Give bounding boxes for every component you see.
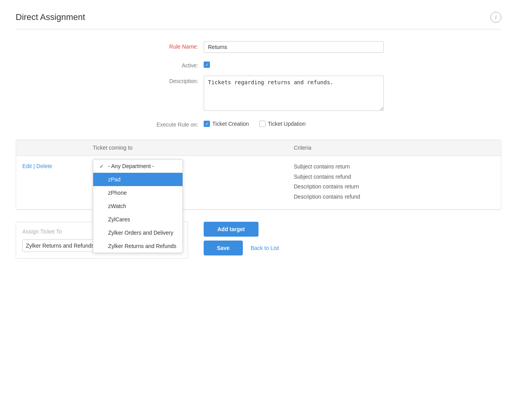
execute-rule-row: Execute Rule on: ✓ Ticket Creation Ticke… — [16, 119, 501, 128]
dropdown-item-zwatch[interactable]: zWatch — [93, 199, 183, 213]
rule-name-input[interactable] — [204, 41, 384, 53]
description-row: Description: Tickets regarding returns a… — [16, 76, 501, 112]
separator: | — [33, 163, 35, 169]
ticket-creation-row: ✓ Ticket Creation Ticket Updation — [204, 119, 306, 127]
dropdown-item-zylcares[interactable]: ZylCares — [93, 213, 183, 226]
department-dropdown: ✓ - Any Department - zPad zPhone zWatch — [93, 159, 183, 253]
dropdown-label-zpad: zPad — [108, 176, 121, 183]
dropdown-label-zylker-orders: Zylker Orders and Delivery — [108, 230, 174, 236]
col2-header: Ticket coming to — [93, 145, 294, 151]
dropdown-label-zwatch: zWatch — [108, 203, 126, 209]
active-field-wrapper: ✓ — [204, 60, 384, 68]
table-row: Edit | Delete ✓ - Any Department - zPad — [16, 156, 501, 210]
execute-field-wrapper: ✓ Ticket Creation Ticket Updation — [204, 119, 384, 127]
rule-name-row: Rule Name: — [16, 41, 501, 53]
back-to-list-button[interactable]: Back to List — [247, 245, 283, 251]
ticket-creation-checkbox[interactable]: ✓ — [204, 121, 210, 127]
page-container: Direct Assignment i Rule Name: Active: ✓ — [0, 0, 517, 420]
save-back-row: Save Back to List — [204, 241, 283, 255]
form-section: Rule Name: Active: ✓ Description: Ticket… — [16, 41, 501, 128]
page-header: Direct Assignment i — [16, 12, 501, 29]
criteria-item-2: Subject contains refund — [294, 173, 495, 181]
dropdown-item-zylker-returns[interactable]: Zylker Returns and Refunds — [93, 239, 183, 253]
dropdown-label-zylker-returns: Zylker Returns and Refunds — [108, 243, 176, 249]
active-label: Active: — [133, 60, 204, 69]
ticket-creation-label: Ticket Creation — [212, 121, 249, 127]
active-checkbox-row: ✓ — [204, 60, 384, 68]
dropdown-item-zpad[interactable]: zPad — [93, 173, 183, 186]
dropdown-label-zphone: zPhone — [108, 190, 127, 196]
ticket-updation-label: Ticket Updation — [268, 121, 306, 127]
description-input[interactable]: Tickets regarding returns and refunds. — [204, 76, 384, 111]
execute-label: Execute Rule on: — [133, 119, 204, 128]
assign-section: Assign Ticket To Zylker Returns and Refu… — [16, 222, 501, 259]
page-title: Direct Assignment — [16, 12, 85, 22]
table-header: Ticket coming to Criteria — [16, 140, 501, 156]
criteria-item-3: Description contains return — [294, 183, 495, 191]
dropdown-item-zphone[interactable]: zPhone — [93, 186, 183, 199]
col3-header: Criteria — [294, 145, 495, 151]
description-field-wrapper: Tickets regarding returns and refunds. — [204, 76, 384, 112]
edit-delete-cell: Edit | Delete — [22, 162, 93, 169]
action-buttons: Add target Save Back to List — [204, 222, 283, 255]
info-icon[interactable]: i — [490, 12, 501, 23]
col1-header — [22, 145, 93, 151]
ticket-updation-checkbox[interactable] — [259, 121, 266, 127]
criteria-item-4: Description contains refund — [294, 193, 495, 201]
active-row: Active: ✓ — [16, 60, 501, 69]
criteria-cell: Subject contains return Subject contains… — [294, 162, 495, 203]
description-label: Description: — [133, 76, 204, 84]
criteria-item-1: Subject contains return — [294, 163, 495, 171]
add-target-button[interactable]: Add target — [204, 222, 258, 237]
criteria-table: Ticket coming to Criteria Edit | Delete … — [16, 139, 501, 210]
dropdown-item-any[interactable]: ✓ - Any Department - — [93, 159, 183, 173]
dept-select[interactable]: Zylker Returns and Refunds Any Departmen… — [23, 240, 98, 252]
rule-name-label: Rule Name: — [133, 41, 204, 50]
edit-button[interactable]: Edit — [22, 163, 32, 169]
dropdown-label-zylcares: ZylCares — [108, 216, 130, 223]
save-button[interactable]: Save — [204, 241, 243, 255]
dropdown-item-zylker-orders[interactable]: Zylker Orders and Delivery — [93, 226, 183, 239]
dropdown-label-any: - Any Department - — [108, 163, 154, 169]
delete-button[interactable]: Delete — [36, 163, 52, 169]
active-checkbox[interactable]: ✓ — [204, 62, 210, 68]
rule-name-field-wrapper — [204, 41, 384, 53]
check-mark-any: ✓ — [99, 163, 105, 169]
